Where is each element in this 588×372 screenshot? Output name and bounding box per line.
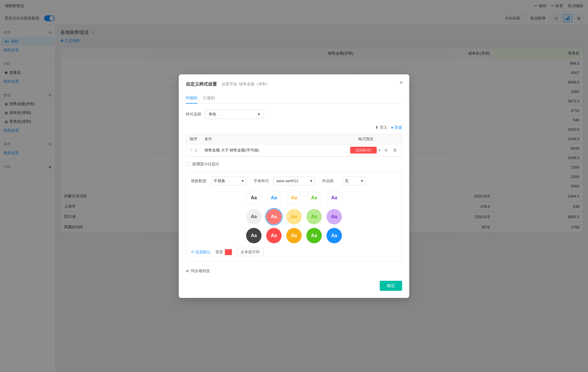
modal-header: 自定义样式设置 设置字段: 销售金额（求和） ✕ xyxy=(186,81,402,87)
color-swatch-0-4[interactable]: Aa xyxy=(327,190,342,205)
header-condition: 条件 xyxy=(201,134,355,144)
tab-row-rule[interactable]: 行规则 xyxy=(203,93,215,104)
bg-label: 背景 xyxy=(215,249,223,255)
restore-icon: ↺ xyxy=(191,250,194,254)
color-swatch-1-2[interactable]: Aa xyxy=(286,209,302,224)
color-swatch-2-0[interactable]: Aa xyxy=(246,228,261,243)
color-swatch-0-3[interactable]: Aa xyxy=(306,190,322,205)
color-swatch-0-1[interactable]: Aa xyxy=(266,190,282,205)
chevron-down-icon-border: ▾ xyxy=(361,179,363,183)
format-preview-badge: 12345.67 xyxy=(350,147,377,154)
replace-data-label: 替换数据 xyxy=(191,178,209,184)
sub-panel-selects-row: 替换数据 不替换 ▾ 字体样式 sans-serif/12 ▾ 外边框 xyxy=(191,177,397,185)
new-rule-button[interactable]: ● 新建 xyxy=(391,125,402,130)
apply-subtotal-checkbox[interactable] xyxy=(186,162,190,166)
font-style-select[interactable]: sans-serif/12 ▾ xyxy=(274,177,315,185)
sync-icon: ⇄ xyxy=(186,269,189,273)
sync-rule-label: 同步规则至 xyxy=(191,268,210,274)
condition-num: 1 xyxy=(195,148,197,152)
color-row-2: AaAaAaAaAa xyxy=(191,228,397,243)
condition-table-header: 顺序 条件 格式预览 xyxy=(186,134,402,144)
condition-text-cell: 销售金额 大于 销售金额(平均值) xyxy=(201,145,355,155)
modal-footer: 确定 xyxy=(186,281,402,291)
apply-subtotal-row: 应用至小计总计 xyxy=(186,161,402,167)
plus-icon: ● xyxy=(391,125,393,130)
chevron-down-icon: ▾ xyxy=(258,112,260,116)
color-swatch-2-4[interactable]: Aa xyxy=(327,228,342,243)
drag-handle-icon[interactable]: ⠿ xyxy=(190,148,193,153)
font-style-group: 字体样式 sans-serif/12 ▾ xyxy=(254,177,315,185)
style-select-row: 样式选择 单色 ▾ xyxy=(186,110,402,119)
delete-icon[interactable]: 🗑 xyxy=(391,147,398,154)
border-group: 外边框 无 ▾ xyxy=(322,177,366,185)
color-row-0: AaAaAaAaAa xyxy=(191,190,397,205)
color-swatch-1-1[interactable]: Aa xyxy=(266,209,282,224)
header-order: 顺序 xyxy=(186,134,201,144)
sub-panel-bottom: ↺ 还原默认 背景 文本或字符 xyxy=(191,248,397,256)
tab-col-rule[interactable]: 列规则 xyxy=(186,93,197,104)
style-settings-modal: 自定义样式设置 设置字段: 销售金额（求和） ✕ 列规则 行规则 样式选择 单色… xyxy=(179,74,409,298)
color-swatch-2-2[interactable]: Aa xyxy=(286,228,302,243)
style-select-dropdown[interactable]: 单色 ▾ xyxy=(205,110,264,119)
color-swatch-0-0[interactable]: Aa xyxy=(246,190,261,205)
font-style-label: 字体样式 xyxy=(254,178,271,184)
style-select-label: 样式选择 xyxy=(186,112,201,117)
condition-table: 顺序 条件 格式预览 ⠿ 1 销售金额 大于 销售金额(平均值) 12345.6… xyxy=(186,134,402,157)
replace-data-select[interactable]: 不替换 ▾ xyxy=(211,177,246,185)
format-preview-actions: ▾ ⧉ 🗑 xyxy=(379,147,398,154)
modal-toolbar: ⬇ 导入 ● 新建 xyxy=(186,125,402,130)
sync-rule-row[interactable]: ⇄ 同步规则至 xyxy=(186,266,402,276)
color-grid: AaAaAaAaAaAaAaAaAaAaAaAaAaAaAa xyxy=(191,190,397,243)
apply-subtotal-label: 应用至小计总计 xyxy=(192,161,219,167)
dropdown-arrow-icon[interactable]: ▾ xyxy=(379,148,381,152)
chevron-down-icon-replace: ▾ xyxy=(242,179,244,183)
chevron-down-icon-font: ▾ xyxy=(310,179,312,183)
color-swatch-2-1[interactable]: Aa xyxy=(266,228,282,243)
condition-preview-cell: 12345.67 ▾ ⧉ 🗑 xyxy=(355,144,402,156)
border-label: 外边框 xyxy=(322,178,340,184)
color-swatch-1-0[interactable]: Aa xyxy=(246,209,261,224)
color-swatch-2-3[interactable]: Aa xyxy=(306,228,322,243)
bg-color-group: 背景 xyxy=(215,249,232,255)
condition-order-cell: ⠿ 1 xyxy=(186,146,201,155)
color-swatch-0-2[interactable]: Aa xyxy=(286,190,302,205)
copy-icon[interactable]: ⧉ xyxy=(382,147,389,154)
modal-tabs: 列规则 行规则 xyxy=(186,93,402,104)
bg-color-picker[interactable] xyxy=(225,249,232,255)
modal-overlay: 自定义样式设置 设置字段: 销售金额（求和） ✕ 列规则 行规则 样式选择 单色… xyxy=(0,0,588,372)
import-icon: ⬇ xyxy=(375,125,379,130)
replace-data-group: 替换数据 不替换 ▾ xyxy=(191,177,246,185)
modal-title: 自定义样式设置 xyxy=(186,81,217,87)
confirm-button[interactable]: 确定 xyxy=(380,281,402,291)
sub-panel: 替换数据 不替换 ▾ 字体样式 sans-serif/12 ▾ 外边框 xyxy=(186,172,402,261)
color-swatch-1-3[interactable]: Aa xyxy=(306,209,322,224)
condition-row-1: ⠿ 1 销售金额 大于 销售金额(平均值) 12345.67 ▾ ⧉ 🗑 xyxy=(186,144,402,156)
restore-default-button[interactable]: ↺ 还原默认 xyxy=(191,249,211,255)
import-button[interactable]: ⬇ 导入 xyxy=(375,125,387,130)
color-row-1: AaAaAaAaAa xyxy=(191,209,397,224)
modal-subtitle: 设置字段: 销售金额（求和） xyxy=(222,81,270,87)
header-preview: 格式预览 xyxy=(355,134,402,144)
border-select[interactable]: 无 ▾ xyxy=(342,177,366,185)
color-swatch-1-4[interactable]: Aa xyxy=(327,209,342,224)
modal-close-button[interactable]: ✕ xyxy=(397,79,405,86)
text-char-button[interactable]: 文本或字符 xyxy=(237,248,264,256)
